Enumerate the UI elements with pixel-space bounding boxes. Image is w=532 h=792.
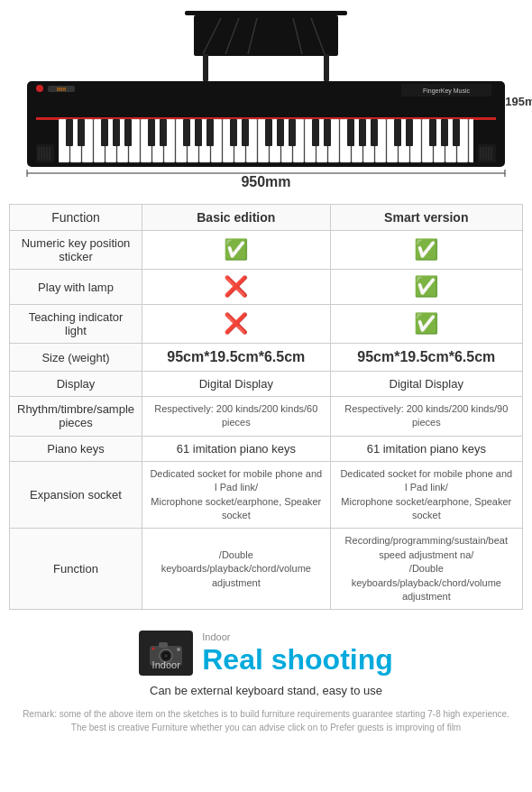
header-basic: Basic edition [142, 205, 331, 231]
check-icon: ✅ [224, 238, 248, 261]
row-smart-value: Respectively: 200 kinds/200 kinds/90 pie… [330, 397, 522, 437]
svg-text:FingerKey Music: FingerKey Music [423, 87, 471, 95]
table-row: Display Digital Display Digital Display [10, 372, 523, 397]
expansion-smart-line1: Dedicated socket for mobile phone and I … [340, 468, 512, 493]
row-basic-value: Respectively: 200 kinds/200 kinds/60 pie… [142, 397, 331, 437]
check-icon: ✅ [414, 312, 438, 335]
row-function-label: Teaching indicator light [10, 305, 142, 344]
keyboard-stand-text: Can be external keyboard stand, easy to … [150, 682, 382, 700]
row-function-label: Expansion socket [10, 461, 142, 529]
svg-rect-88 [453, 119, 460, 146]
svg-rect-82 [359, 119, 366, 146]
svg-rect-77 [277, 119, 284, 146]
check-icon: ✅ [414, 275, 438, 298]
svg-rect-83 [371, 119, 378, 146]
piano-wrapper: 195mm Fing [23, 9, 509, 192]
svg-rect-80 [324, 119, 331, 146]
svg-point-98 [177, 648, 180, 651]
row-smart-value: 95cm*19.5cm*6.5cm [330, 344, 522, 372]
piano-image: FingerKey Music 888 [23, 9, 509, 192]
svg-rect-81 [347, 119, 354, 146]
row-smart-value: Digital Display [330, 372, 522, 397]
svg-rect-84 [394, 119, 401, 146]
svg-rect-70 [160, 119, 167, 146]
row-basic-value: Digital Display [142, 372, 331, 397]
table-row: Numeric key position sticker ✅ ✅ [10, 231, 523, 270]
row-basic-value: ❌ [142, 305, 331, 344]
real-shooting-title: Real shooting [202, 643, 393, 677]
table-row: Size (weight) 95cm*19.5cm*6.5cm 95cm*19.… [10, 344, 523, 372]
header-function: Function [10, 205, 142, 231]
row-basic-value: ✅ [142, 231, 331, 270]
table-row: Function /Double keyboards/playback/chor… [10, 529, 523, 610]
svg-text:950mm: 950mm [241, 174, 290, 189]
header-smart: Smart version [330, 205, 522, 231]
svg-rect-66 [101, 119, 108, 146]
svg-rect-0 [185, 11, 347, 15]
row-smart-value: 61 imitation piano keys [330, 436, 522, 461]
row-function-label: Size (weight) [10, 344, 142, 372]
row-smart-value: ✅ [330, 270, 522, 305]
svg-rect-97 [159, 642, 168, 648]
table-row: Expansion socket Dedicated socket for mo… [10, 461, 523, 529]
svg-rect-87 [441, 119, 448, 146]
svg-rect-7 [203, 54, 208, 81]
comparison-table: Function Basic edition Smart version Num… [9, 204, 523, 610]
svg-rect-69 [148, 119, 155, 146]
svg-rect-64 [66, 119, 73, 146]
table-row: Piano keys 61 imitation piano keys 61 im… [10, 436, 523, 461]
check-icon: ✅ [414, 238, 438, 261]
svg-rect-74 [230, 119, 237, 146]
svg-rect-75 [242, 119, 249, 146]
svg-rect-68 [124, 119, 132, 146]
row-function-label: Piano keys [10, 436, 142, 461]
svg-rect-72 [195, 119, 202, 146]
row-smart-value: ✅ [330, 305, 522, 344]
indoor-text: Indoor [202, 631, 230, 642]
row-basic-value: 95cm*19.5cm*6.5cm [142, 344, 331, 372]
svg-rect-76 [265, 119, 272, 146]
svg-rect-13 [36, 85, 43, 92]
function-smart-line2: /Double keyboards/playback/chord/volume … [352, 563, 501, 602]
indoor-label: Indoor [152, 659, 180, 670]
row-smart-value: Recording/programming/sustain/beat speed… [330, 529, 522, 610]
svg-text:888: 888 [57, 87, 67, 92]
table-row: Teaching indicator light ❌ ✅ [10, 305, 523, 344]
row-function-label: Numeric key position sticker [10, 231, 142, 270]
svg-rect-85 [406, 119, 413, 146]
row-function-label: Play with lamp [10, 270, 142, 305]
row-function-label: Display [10, 372, 142, 397]
svg-rect-86 [429, 119, 436, 146]
row-function-label: Function [10, 529, 142, 610]
row-basic-value: /Double keyboards/playback/chord/volume … [142, 529, 331, 610]
piano-section: 195mm Fing [0, 0, 532, 197]
svg-rect-1 [194, 15, 338, 56]
bottom-section: Indoor Indoor Real shooting Can be exter… [0, 617, 532, 738]
row-basic-value: 61 imitation piano keys [142, 436, 331, 461]
row-smart-value: ✅ [330, 231, 522, 270]
row-smart-value: Dedicated socket for mobile phone and I … [330, 461, 522, 529]
row-basic-value: ❌ [142, 270, 331, 305]
table-header-row: Function Basic edition Smart version [10, 205, 523, 231]
svg-point-99 [152, 648, 155, 650]
expansion-basic-line1: Dedicated socket for mobile phone and I … [150, 468, 322, 493]
expansion-basic-line2: Microphone socket/earphone, Speaker sock… [151, 496, 321, 520]
table-row: Rhythm/timbre/sample pieces Respectively… [10, 397, 523, 437]
svg-rect-71 [183, 119, 190, 146]
cross-icon: ❌ [224, 275, 248, 298]
function-basic-line1: /Double keyboards/playback/chord/volume … [161, 549, 311, 588]
svg-rect-79 [312, 119, 319, 146]
real-shooting-row: Indoor Indoor Real shooting [139, 630, 393, 677]
function-smart-line1: Recording/programming/sustain/beat speed… [345, 535, 508, 559]
svg-rect-65 [78, 119, 85, 146]
svg-rect-8 [324, 54, 329, 81]
comparison-table-section: Function Basic edition Smart version Num… [0, 197, 532, 617]
row-basic-value: Dedicated socket for mobile phone and I … [142, 461, 331, 529]
cross-icon: ❌ [224, 312, 248, 335]
svg-rect-78 [289, 119, 296, 146]
expansion-smart-line2: Microphone socket/earphone, Speaker sock… [341, 496, 511, 520]
footer-text: Remark: some of the above item on the sk… [18, 707, 514, 734]
table-row: Play with lamp ❌ ✅ [10, 270, 523, 305]
svg-rect-73 [206, 119, 214, 146]
row-function-label: Rhythm/timbre/sample pieces [10, 397, 142, 437]
